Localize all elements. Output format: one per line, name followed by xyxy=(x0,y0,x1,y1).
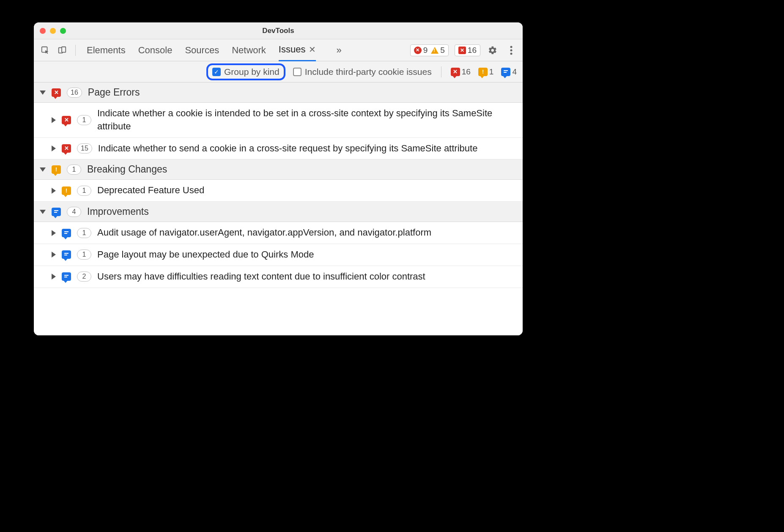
tab-issues[interactable]: Issues ✕ xyxy=(279,39,316,61)
chevron-down-icon xyxy=(40,167,46,172)
improvement-icon xyxy=(62,229,71,237)
page-error-icon: ✕ xyxy=(451,68,460,76)
toolbar-error-count: 16 xyxy=(462,67,471,77)
improvement-icon xyxy=(62,272,71,281)
issue-error-count: 16 xyxy=(468,46,477,55)
svg-point-5 xyxy=(510,52,513,55)
group-title: Improvements xyxy=(87,206,149,217)
svg-rect-8 xyxy=(54,210,58,211)
svg-rect-11 xyxy=(64,233,67,234)
zoom-window-button[interactable] xyxy=(60,28,66,34)
page-error-icon: ✕ xyxy=(62,144,71,153)
issue-row[interactable]: ✕ 1 Indicate whether a cookie is intende… xyxy=(34,103,523,138)
issue-title: Page layout may be unexpected due to Qui… xyxy=(97,248,517,261)
close-tab-icon[interactable]: ✕ xyxy=(309,44,316,55)
toolbar-warning-count: 1 xyxy=(489,67,494,77)
issue-row[interactable]: ✕ 15 Indicate whether to send a cookie i… xyxy=(34,138,523,160)
issue-title: Indicate whether to send a cookie in a c… xyxy=(98,142,517,155)
group-header-breaking-changes[interactable]: ! 1 Breaking Changes xyxy=(34,159,523,180)
improvement-icon xyxy=(62,250,71,259)
issue-count: 1 xyxy=(77,115,91,125)
breaking-change-icon: ! xyxy=(62,186,71,195)
chevron-down-icon xyxy=(40,90,46,95)
include-third-party-label: Include third-party cookie issues xyxy=(305,67,432,77)
svg-point-3 xyxy=(510,46,513,48)
more-options-icon[interactable] xyxy=(505,44,518,57)
group-title: Breaking Changes xyxy=(87,164,167,175)
device-toolbar-icon[interactable] xyxy=(56,44,69,57)
chevron-right-icon xyxy=(52,230,56,236)
window-title: DevTools xyxy=(34,27,523,35)
svg-rect-14 xyxy=(64,275,69,276)
issue-title: Deprecated Feature Used xyxy=(97,184,517,197)
checkbox-unchecked-icon xyxy=(293,68,302,76)
tab-issues-label: Issues xyxy=(279,44,306,55)
issue-count: 1 xyxy=(77,186,91,196)
page-error-icon: ✕ xyxy=(52,88,61,97)
more-tabs-icon[interactable]: » xyxy=(336,45,341,56)
svg-rect-7 xyxy=(504,72,507,73)
svg-point-4 xyxy=(510,49,513,51)
issue-count: 1 xyxy=(77,250,91,260)
group-by-kind-checkbox[interactable]: ✓ Group by kind xyxy=(206,63,285,80)
chevron-right-icon xyxy=(52,274,56,280)
group-by-kind-label: Group by kind xyxy=(224,67,280,77)
group-header-improvements[interactable]: 4 Improvements xyxy=(34,202,523,222)
warning-icon xyxy=(431,47,439,54)
group-count: 16 xyxy=(67,88,82,98)
svg-rect-2 xyxy=(62,47,66,52)
svg-rect-15 xyxy=(64,277,67,277)
chevron-down-icon xyxy=(40,210,46,214)
issue-title: Audit usage of navigator.userAgent, navi… xyxy=(97,226,517,239)
issue-error-icon: ✕ xyxy=(458,47,466,54)
separator xyxy=(75,45,76,56)
improvement-icon xyxy=(501,68,510,76)
page-error-icon: ✕ xyxy=(62,116,71,124)
devtools-window: DevTools Elements Console Sources Networ… xyxy=(34,22,523,335)
chevron-right-icon xyxy=(52,145,56,151)
warning-count: 5 xyxy=(440,46,445,55)
chevron-right-icon xyxy=(52,117,56,123)
titlebar: DevTools xyxy=(34,22,523,39)
inspect-element-icon[interactable] xyxy=(39,44,52,57)
chevron-right-icon xyxy=(52,252,56,258)
window-controls xyxy=(40,28,66,34)
issue-count: 2 xyxy=(77,271,91,282)
issue-row[interactable]: 1 Audit usage of navigator.userAgent, na… xyxy=(34,222,523,244)
include-third-party-checkbox[interactable]: Include third-party cookie issues xyxy=(293,67,432,77)
issue-row[interactable]: 2 Users may have difficulties reading te… xyxy=(34,266,523,288)
error-icon: ✕ xyxy=(414,47,422,54)
checkbox-checked-icon: ✓ xyxy=(212,68,221,76)
settings-icon[interactable] xyxy=(486,44,499,57)
issues-list: ✕ 16 Page Errors ✕ 1 Indicate whether a … xyxy=(34,82,523,335)
svg-rect-6 xyxy=(504,70,508,71)
issue-row[interactable]: ! 1 Deprecated Feature Used xyxy=(34,180,523,202)
close-window-button[interactable] xyxy=(40,28,46,34)
issues-status-pill[interactable]: ✕16 xyxy=(455,44,480,56)
error-count: 9 xyxy=(423,46,428,55)
group-title: Page Errors xyxy=(88,87,140,98)
issues-toolbar: ✓ Group by kind Include third-party cook… xyxy=(34,61,523,82)
issue-count: 15 xyxy=(77,143,92,154)
breaking-change-icon: ! xyxy=(478,68,488,76)
improvement-icon xyxy=(52,208,61,216)
tab-sources[interactable]: Sources xyxy=(185,39,219,61)
svg-rect-12 xyxy=(64,253,69,254)
main-tabbar: Elements Console Sources Network Issues … xyxy=(34,39,523,61)
svg-rect-10 xyxy=(64,231,69,232)
group-count: 4 xyxy=(67,207,81,217)
tab-elements[interactable]: Elements xyxy=(87,39,126,61)
issue-row[interactable]: 1 Page layout may be unexpected due to Q… xyxy=(34,244,523,266)
tab-console[interactable]: Console xyxy=(138,39,173,61)
breaking-change-icon: ! xyxy=(52,165,61,174)
issue-title: Indicate whether a cookie is intended to… xyxy=(97,107,517,133)
group-count: 1 xyxy=(67,165,81,175)
svg-rect-13 xyxy=(64,255,67,255)
group-header-page-errors[interactable]: ✕ 16 Page Errors xyxy=(34,82,523,103)
tabbar-right: ✕9 5 ✕16 xyxy=(410,44,518,57)
issue-count: 1 xyxy=(77,228,91,238)
separator xyxy=(441,66,441,77)
tab-network[interactable]: Network xyxy=(232,39,266,61)
minimize-window-button[interactable] xyxy=(50,28,56,34)
console-status-pill[interactable]: ✕9 5 xyxy=(410,44,449,56)
